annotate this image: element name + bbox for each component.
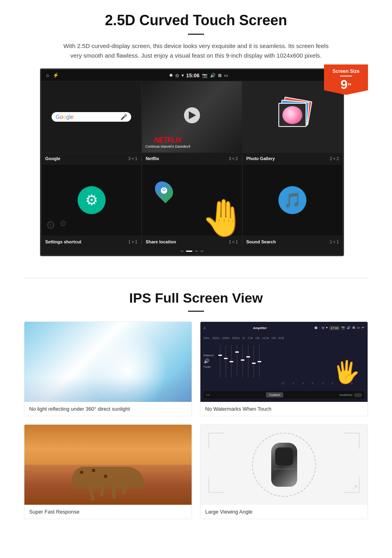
car-windshield (275, 448, 293, 466)
eq-track-3 (231, 345, 232, 377)
maps-label-size: 1 × 1 (229, 240, 238, 244)
eq-handle-8 (258, 361, 261, 362)
maps-icon-container: G (156, 181, 172, 201)
eq-slider-group (218, 345, 222, 377)
car-image: ↗ (200, 425, 368, 505)
amplifier-image: ⌂ Amplifier ▦·◎▾ 17:33 📷🔊⊠▭↩ 60hz100hz20… (200, 322, 368, 402)
car-body (271, 443, 297, 487)
eq-track-6 (248, 345, 248, 377)
google-cell[interactable]: Google 🎤 (41, 81, 142, 153)
dot-1 (180, 251, 184, 252)
cheetah-legs (90, 485, 126, 501)
gear-icon: ⚙ (85, 192, 98, 209)
title-underline (188, 34, 204, 35)
sound-icon: 🎵 (278, 186, 306, 214)
eq-handle-3 (230, 361, 233, 362)
eq-slider-group-4 (235, 345, 239, 377)
feature-amplifier: ⌂ Amplifier ▦·◎▾ 17:33 📷🔊⊠▭↩ 60hz100hz20… (200, 321, 368, 416)
eq-track-7 (254, 345, 254, 377)
google-logo: Google (56, 114, 74, 120)
badge-line (340, 76, 352, 76)
spot-1 (80, 471, 83, 474)
eq-slider-group-6 (246, 345, 250, 377)
sound-label: Sound Search 1 × 1 (242, 239, 343, 245)
eq-slider-group-7 (252, 345, 256, 377)
gallery-cell[interactable] (242, 81, 343, 153)
camera-icon: 📷 (202, 73, 208, 78)
screen-icon: ▭ (224, 73, 228, 78)
location-icon: ◎ (175, 73, 179, 78)
eq-handle-7 (252, 363, 256, 364)
angle-arrow: ↗ (352, 483, 358, 491)
play-button[interactable] (184, 107, 200, 123)
settings-bg-icons: ⚙ ⚙ (46, 219, 67, 232)
feature-car: ↗ Large Viewing Angle (200, 424, 368, 519)
sunlight-caption: No light reflecting under 360° direct su… (24, 402, 192, 416)
leg-2 (100, 485, 105, 497)
corner-tl (208, 433, 224, 449)
cell-labels-row2: Settings shortcut 1 × 1 Share location 1… (41, 236, 343, 247)
section1-description: With 2.5D curved-display screen, this de… (60, 41, 332, 60)
eq-left-labels: Balance 🔊 Fader (204, 354, 216, 368)
amplifier-caption: No Watermarks When Touch (200, 402, 368, 416)
google-label: Google 3 × 1 (41, 155, 142, 162)
spot-3 (104, 475, 107, 478)
badge-title: Screen Size (330, 68, 362, 74)
eq-handle-6 (246, 356, 250, 357)
app-grid-row1: Google 🎤 (41, 81, 343, 153)
home-icon: ⌂ (46, 72, 49, 78)
gallery-card-3 (278, 103, 306, 127)
eq-slider-group-3 (229, 345, 234, 377)
maps-pin-center: G (161, 187, 167, 194)
bluetooth-icon: ✱ (169, 73, 173, 78)
gallery-label: Photo Gallery 2 × 2 (242, 155, 343, 162)
loudness-toggle[interactable] (354, 393, 362, 397)
maps-pin-icon: G (152, 178, 177, 203)
eq-handle-2 (224, 358, 228, 359)
eq-track-5 (242, 345, 243, 377)
settings-label-size: 1 × 1 (128, 240, 138, 244)
car-view-circle (252, 433, 316, 497)
custom-btn: Custom (266, 392, 284, 397)
signal-icon: ⊠ (218, 73, 222, 78)
google-label-name: Google (45, 156, 60, 161)
settings-cell[interactable]: ⚙ ⚙ ⚙ (41, 164, 142, 236)
eq-track-8 (259, 345, 260, 377)
eq-track-2 (226, 345, 226, 377)
play-triangle-icon (189, 111, 196, 119)
maps-label-name: Share location (146, 239, 176, 244)
eq-area: Balance 🔊 Fader (204, 345, 364, 377)
amp-home: ⌂ (204, 326, 206, 330)
mic-icon: 🎤 (120, 114, 127, 120)
sound-cell[interactable]: 🎵 (242, 164, 343, 236)
eq-track-4 (237, 345, 237, 377)
cheetah-image (24, 425, 192, 505)
dot-2 (186, 251, 192, 252)
cell-labels-row1: Google 3 × 1 Netflix 3 × 2 Photo Gallery… (41, 153, 343, 164)
wifi-icon: ▾ (182, 73, 184, 78)
netflix-label-box: NETFLIX Continue Marvel's Daredevil (145, 136, 190, 149)
dot-3 (195, 251, 198, 252)
car-top-view (271, 443, 297, 487)
amp-title: Amplifier (253, 326, 267, 330)
section-curved-touch: 2.5D Curved Touch Screen With 2.5D curve… (0, 0, 392, 266)
amp-bottom-bar: << Custom loudness (204, 391, 364, 399)
volume-icon: 🔊 (210, 73, 216, 78)
pointing-hand: 🤚 (201, 200, 246, 236)
settings-label: Settings shortcut 1 × 1 (41, 239, 142, 245)
gallery-label-name: Photo Gallery (246, 156, 275, 161)
car-caption: Large Viewing Angle (200, 505, 368, 519)
section-ips: IPS Full Screen View No light reflecting… (0, 290, 392, 535)
eq-freq-labels: 60hz100hz200hz500hz1k2.5k10k12.5k15kSUB (204, 336, 364, 340)
netflix-cell[interactable]: NETFLIX Continue Marvel's Daredevil (142, 81, 242, 153)
netflix-content: NETFLIX Continue Marvel's Daredevil (142, 81, 242, 153)
section2-underline (188, 311, 204, 312)
app-grid-row2: ⚙ ⚙ ⚙ G (41, 164, 343, 236)
maps-cell[interactable]: G 🤚 (142, 164, 242, 236)
section-divider (24, 278, 368, 278)
eq-track-1 (220, 345, 220, 377)
google-search-bar[interactable]: Google 🎤 (52, 112, 131, 122)
android-screen: ⌂ ⚡ ✱ ◎ ▾ 15:06 📷 🔊 ⊠ ▭ (40, 68, 344, 256)
amp-status-bar: ⌂ Amplifier ▦·◎▾ 17:33 📷🔊⊠▭↩ (204, 325, 364, 331)
leg-3 (111, 485, 116, 499)
